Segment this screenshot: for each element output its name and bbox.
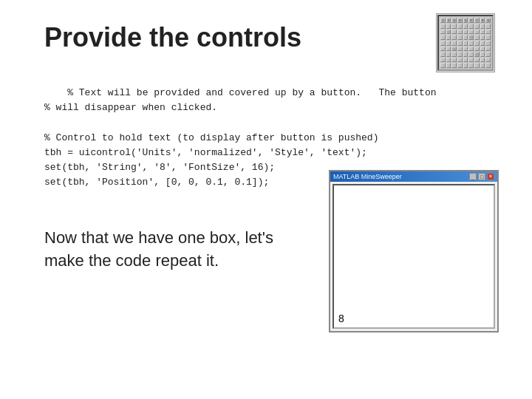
code-line-7: set(tbh, 'Position', [0, 0, 0.1, 0.1]); bbox=[44, 177, 269, 188]
matlab-titlebar: MATLAB MineSweeper _ □ ✕ bbox=[330, 171, 497, 182]
mini-grid: 1 2 3 4 5 6 7 8 9 bbox=[437, 15, 494, 71]
maximize-button[interactable]: □ bbox=[478, 173, 485, 180]
matlab-content: 8 bbox=[332, 184, 495, 329]
thumbnail-image: 1 2 3 4 5 6 7 8 9 bbox=[436, 13, 495, 72]
code-line-4: % Control to hold text (to display after… bbox=[44, 132, 378, 143]
code-line-1: % Text will be provided and covered up b… bbox=[67, 87, 436, 98]
matlab-number-display: 8 bbox=[338, 313, 344, 324]
slide-title: Provide the controls bbox=[44, 22, 488, 53]
slide: 1 2 3 4 5 6 7 8 9 Provide the controls %… bbox=[0, 0, 532, 399]
minimize-button[interactable]: _ bbox=[469, 173, 477, 180]
code-line-6: set(tbh, 'String', '8', 'FontSize', 16); bbox=[44, 162, 275, 173]
code-line-5: tbh = uicontrol('Units', 'normalized', '… bbox=[44, 147, 367, 158]
matlab-title: MATLAB MineSweeper bbox=[333, 173, 402, 180]
matlab-window: MATLAB MineSweeper _ □ ✕ 8 bbox=[329, 170, 499, 332]
close-button[interactable]: ✕ bbox=[487, 173, 494, 180]
code-line-2: % will disappear when clicked. bbox=[44, 102, 217, 113]
matlab-titlebar-buttons: _ □ ✕ bbox=[469, 173, 494, 180]
